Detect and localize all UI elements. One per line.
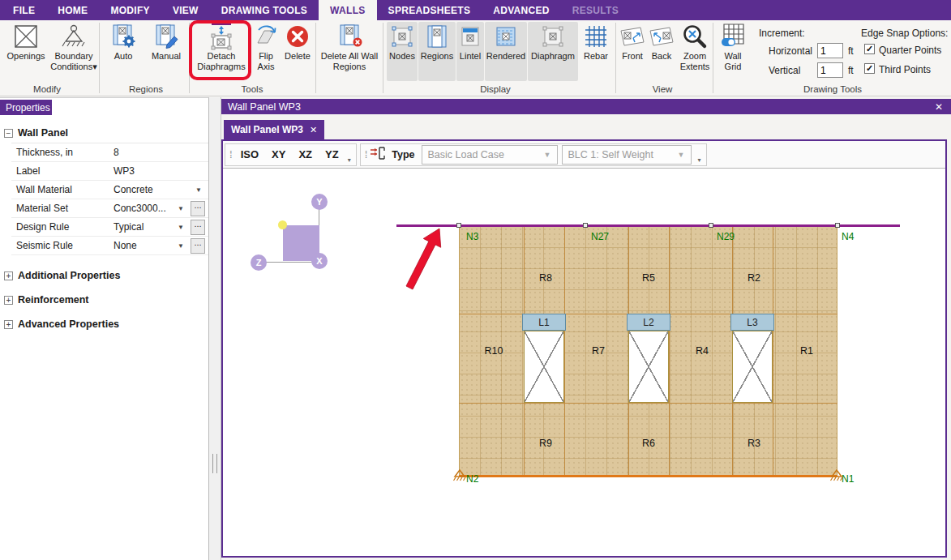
wall-material-dropdown[interactable]: Concrete▼	[110, 184, 208, 195]
tab-modify[interactable]: MODIFY	[99, 0, 161, 20]
node-marker[interactable]	[709, 223, 713, 228]
display-regions-toggle[interactable]: Regions	[418, 22, 456, 81]
third-points-checkbox[interactable]: ✓	[864, 63, 875, 74]
wall-grid-icon	[720, 22, 746, 51]
tab-close-icon[interactable]: ✕	[310, 125, 317, 135]
expand-icon[interactable]: +	[4, 271, 13, 280]
properties-panel: Properties − Wall Panel Thickness, in 8 …	[0, 97, 209, 560]
openings-button[interactable]: Openings	[5, 22, 47, 81]
document-tab-label: Wall Panel WP3	[231, 124, 303, 135]
type-label: Type	[392, 149, 414, 160]
toolbar-overflow-icon[interactable]: ▾	[348, 156, 351, 164]
quarter-points-checkbox[interactable]: ✓	[864, 44, 875, 54]
material-set-dropdown[interactable]: Conc3000...▼	[110, 203, 191, 214]
expand-icon[interactable]: +	[4, 320, 13, 329]
detach-diaphragms-button[interactable]: Detach Diaphragms	[195, 22, 248, 81]
back-view-button[interactable]: Back	[648, 22, 675, 81]
toolbar-overflow-icon[interactable]: ▾	[698, 156, 701, 164]
collapse-icon[interactable]: −	[4, 129, 13, 138]
ribbon: Openings Boundary Conditions▾ Auto Manua…	[0, 20, 951, 96]
view-buttons-group: ⁞ ISO XY XZ YZ ▾	[225, 143, 357, 166]
yz-view-button[interactable]: YZ	[319, 148, 345, 160]
display-lintel-toggle[interactable]: Lintel	[456, 22, 484, 81]
chevron-down-icon: ▼	[178, 242, 184, 250]
node-marker[interactable]	[835, 223, 840, 228]
tab-walls[interactable]: WALLS	[319, 0, 377, 20]
region-label-r8: R8	[539, 272, 552, 284]
lintel-l2[interactable]: L2	[627, 314, 670, 331]
seismic-rule-dropdown[interactable]: None▼	[110, 240, 191, 251]
load-type-dropdown[interactable]: Basic Load Case▼	[422, 145, 558, 165]
thickness-value[interactable]: 8	[110, 147, 208, 158]
tab-home[interactable]: HOME	[46, 0, 99, 20]
group-separator	[315, 23, 316, 93]
front-view-button[interactable]: Front	[619, 22, 646, 81]
lintel-l1[interactable]: L1	[522, 314, 566, 331]
document-tab[interactable]: Wall Panel WP3 ✕	[224, 120, 324, 139]
tab-advanced[interactable]: ADVANCED	[482, 0, 561, 20]
node-marker[interactable]	[583, 223, 588, 228]
x-axis-ball: X	[311, 253, 328, 269]
seismic-rule-ellipsis-button[interactable]: ...	[191, 238, 205, 254]
horizontal-increment-input[interactable]	[817, 43, 843, 58]
xy-view-button[interactable]: XY	[265, 148, 292, 160]
boundary-conditions-button[interactable]: Boundary Conditions▾	[47, 22, 101, 81]
wall-grid-toggle[interactable]: Wall Grid	[717, 22, 749, 81]
label-value[interactable]: WP3	[110, 165, 208, 177]
advanced-properties-section-header[interactable]: + Advanced Properties	[4, 318, 208, 330]
auto-regions-button[interactable]: Auto	[105, 22, 141, 81]
tab-spreadsheets[interactable]: SPREADSHEETS	[377, 0, 482, 20]
tab-view[interactable]: VIEW	[161, 0, 210, 20]
wall-opening-1[interactable]	[524, 331, 564, 403]
load-type-icon	[369, 145, 387, 165]
tab-file[interactable]: FILE	[2, 0, 46, 20]
delete-button[interactable]: Delete	[281, 22, 315, 81]
wall-canvas[interactable]: Y X Z L1L2L3R8R5R2R10R7R4R1R9R6R3N3N27N2…	[223, 169, 945, 556]
wall-opening-2[interactable]	[628, 331, 669, 403]
view-title: Wall Panel WP3	[228, 101, 301, 113]
display-rebar-toggle[interactable]: Rebar	[579, 22, 613, 81]
display-rendered-toggle[interactable]: Rendered	[485, 22, 527, 81]
load-case-dropdown[interactable]: BLC 1: Self Weight▼	[562, 145, 692, 165]
group-separator	[99, 23, 100, 93]
delete-all-wall-regions-button[interactable]: Delete All Wall Regions	[319, 22, 379, 81]
y-axis-ball: Y	[311, 194, 328, 210]
additional-properties-section-header[interactable]: + Additional Properties	[4, 270, 208, 281]
properties-tab[interactable]: Properties	[0, 100, 52, 115]
display-diaphragm-toggle[interactable]: Diaphragm	[528, 22, 578, 81]
xz-view-button[interactable]: XZ	[292, 148, 319, 160]
panel-splitter[interactable]	[209, 97, 221, 560]
toolbar-grip-icon[interactable]: ⁞	[229, 148, 231, 160]
design-rule-ellipsis-button[interactable]: ...	[191, 220, 205, 235]
flip-axis-button[interactable]: Flip Axis	[252, 22, 280, 81]
expand-icon[interactable]: +	[4, 296, 13, 305]
wall-panel-section-header[interactable]: − Wall Panel	[4, 127, 208, 139]
vertical-increment-input[interactable]	[817, 62, 843, 78]
manual-regions-button[interactable]: Manual	[146, 22, 186, 81]
horizontal-label: Horizontal	[769, 45, 812, 57]
front-view-icon	[619, 22, 646, 51]
reinforcement-section-header[interactable]: + Reinforcement	[4, 294, 208, 306]
group-separator	[189, 23, 190, 93]
node-label-n4: N4	[842, 231, 854, 242]
back-view-icon	[648, 22, 675, 51]
iso-view-button[interactable]: ISO	[234, 148, 265, 160]
property-row-label: Label WP3	[11, 162, 208, 181]
node-label-n3: N3	[466, 231, 478, 242]
lintel-l3[interactable]: L3	[730, 314, 774, 331]
zoom-extents-icon	[682, 22, 708, 51]
node-label-n29: N29	[717, 231, 735, 242]
wall-opening-3[interactable]	[732, 331, 773, 403]
node-label-n2: N2	[466, 473, 478, 485]
tab-results: RESULTS	[561, 0, 630, 20]
zoom-extents-button[interactable]: Zoom Extents	[677, 22, 713, 81]
material-set-ellipsis-button[interactable]: ...	[191, 201, 205, 216]
display-nodes-toggle[interactable]: Nodes	[387, 22, 418, 81]
node-marker[interactable]	[456, 223, 461, 228]
close-icon[interactable]: ✕	[935, 101, 943, 113]
design-rule-dropdown[interactable]: Typical▼	[110, 221, 191, 233]
boundary-conditions-icon	[60, 22, 88, 51]
tab-drawing-tools[interactable]: DRAWING TOOLS	[210, 0, 319, 20]
toolbar-grip-icon[interactable]: ⁞	[365, 148, 366, 160]
splitter-grip[interactable]	[212, 454, 217, 473]
